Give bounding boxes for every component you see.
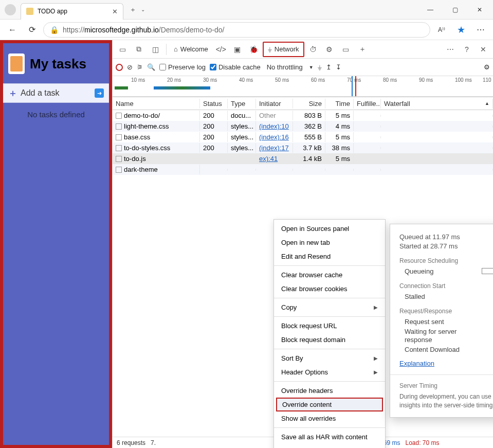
lbl-stalled: Stalled	[399, 293, 477, 300]
favorite-button[interactable]: ★	[453, 22, 469, 38]
window-minimize-button[interactable]: —	[420, 2, 441, 17]
sec-connection: Connection Start	[399, 282, 445, 290]
devtools-tabs: ▭ ⧉ ◫ ⌂Welcome </> ▣ 🐞 ⏚Network ⏱ ⚙ ▭ ＋ …	[113, 40, 493, 59]
window-close-button[interactable]: ✕	[469, 2, 490, 17]
new-tab-button[interactable]: ＋	[125, 3, 140, 17]
network-row[interactable]: to-do-styles.css 200 styles... (index):1…	[113, 142, 493, 153]
queued-line: Queued at 11.97 ms	[399, 233, 493, 241]
preserve-log-checkbox[interactable]: Preserve log	[159, 63, 206, 71]
mi-edit-resend[interactable]: Edit and Resend	[274, 249, 385, 263]
transfer-size: 7.	[151, 439, 156, 446]
mi-block-domain[interactable]: Block request domain	[274, 333, 385, 347]
tab-title: TODO app	[38, 8, 67, 15]
network-row[interactable]: to-do.js ex):41 1.4 kB 5 ms	[113, 153, 493, 164]
tick: 80 ms	[383, 77, 397, 83]
started-line: Started at 28.77 ms	[399, 242, 493, 250]
mi-copy[interactable]: Copy▶	[274, 300, 385, 314]
initiator-link[interactable]: ex):41	[259, 155, 278, 163]
col-waterfall[interactable]: Waterfall▲	[381, 99, 493, 109]
tab-network[interactable]: ⏚Network	[263, 42, 304, 57]
search-button[interactable]: 🔍	[147, 63, 155, 71]
network-grid: Name Status Type Initiator Size Time Ful…	[113, 97, 493, 175]
network-row[interactable]: light-theme.css 200 styles... (index):10…	[113, 121, 493, 132]
network-row[interactable]: dark-theme	[113, 164, 493, 175]
browser-tab[interactable]: TODO app ✕	[21, 3, 123, 20]
col-initiator[interactable]: Initiator	[256, 99, 293, 109]
devtools-close-button[interactable]: ✕	[476, 42, 491, 57]
tab-strip: TODO app ✕ ＋ ⌄	[21, 0, 145, 19]
mi-block-url[interactable]: Block request URL	[274, 319, 385, 333]
home-icon: ⌂	[174, 45, 178, 53]
mi-clear-cache[interactable]: Clear browser cache	[274, 268, 385, 282]
server-timing-text: During development, you can use the Serv…	[399, 392, 493, 410]
address-bar[interactable]: 🔒 https://microsoftedge.github.io/Demos/…	[43, 22, 430, 38]
mi-clear-cookies[interactable]: Clear browser cookies	[274, 282, 385, 296]
network-row[interactable]: base.css 200 styles... (index):16 555 B …	[113, 132, 493, 142]
col-fulfilled[interactable]: Fulfille...	[354, 99, 381, 109]
performance-icon[interactable]: ⏱	[305, 42, 321, 57]
tick: 50 ms	[275, 77, 289, 83]
mi-header-options[interactable]: Header Options▶	[274, 365, 385, 379]
export-har-icon[interactable]: ↧	[336, 63, 341, 71]
more-tabs-button[interactable]: ＋	[355, 42, 370, 57]
mi-override-headers[interactable]: Override headers	[274, 384, 385, 398]
clear-button[interactable]: ⊘	[127, 63, 133, 71]
network-settings-icon[interactable]: ⚙	[484, 63, 490, 71]
filter-button[interactable]: ⚞	[137, 63, 143, 71]
tick: 10 ms	[131, 77, 145, 83]
col-size[interactable]: Size	[293, 99, 325, 109]
submit-arrow-icon[interactable]: ➜	[95, 88, 104, 98]
network-toolbar: ⊘ ⚞ 🔍 Preserve log Disable cache No thro…	[113, 59, 493, 76]
devtools-more-icon[interactable]: ⋯	[443, 42, 458, 57]
record-button[interactable]	[116, 64, 123, 71]
read-aloud-button[interactable]: A⁾⁾	[433, 22, 450, 38]
mi-save-har[interactable]: Save all as HAR with content	[274, 430, 385, 444]
lbl-sent: Request sent	[399, 318, 477, 326]
col-time[interactable]: Time	[325, 99, 354, 109]
device-toggle-button[interactable]: ⧉	[131, 42, 147, 57]
file-icon	[116, 167, 122, 173]
initiator-link[interactable]: (index):10	[259, 122, 289, 130]
col-status[interactable]: Status	[200, 99, 228, 109]
network-row[interactable]: demo-to-do/ 200 docu... Other 803 B 5 ms	[113, 110, 493, 121]
timeline-overview[interactable]: 10 ms 20 ms 30 ms 40 ms 50 ms 60 ms 70 m…	[113, 76, 493, 97]
refresh-button[interactable]: ⟳	[24, 22, 40, 38]
explanation-link[interactable]: Explanation	[399, 360, 434, 367]
sec-request-response: Request/Response	[399, 308, 452, 315]
profile-avatar[interactable]	[5, 4, 16, 15]
mi-save-as[interactable]: Save as...	[274, 444, 385, 448]
throttling-select[interactable]: No throttling	[265, 62, 305, 72]
initiator-link[interactable]: (index):16	[259, 133, 289, 141]
tab-welcome[interactable]: ⌂Welcome	[170, 42, 212, 57]
application-icon[interactable]: ▭	[338, 42, 354, 57]
window-maximize-button[interactable]: ▢	[445, 2, 465, 17]
mi-override-content[interactable]: Override content	[276, 398, 383, 411]
mi-show-overrides[interactable]: Show all overrides	[274, 411, 385, 425]
dock-button[interactable]: ◫	[148, 42, 163, 57]
sources-icon[interactable]: 🐞	[246, 42, 262, 57]
tick: 30 ms	[203, 77, 217, 83]
mi-sort-by[interactable]: Sort By▶	[274, 351, 385, 365]
col-name[interactable]: Name	[113, 99, 200, 109]
col-type[interactable]: Type	[228, 99, 256, 109]
network-conditions-icon[interactable]: ⏚	[318, 63, 322, 71]
tab-close-icon[interactable]: ✕	[112, 8, 118, 15]
more-button[interactable]: ⋯	[472, 22, 489, 38]
console-icon[interactable]: ▣	[230, 42, 245, 57]
disable-cache-checkbox[interactable]: Disable cache	[210, 63, 261, 71]
elements-icon[interactable]: </>	[213, 42, 229, 57]
initiator-link[interactable]: (index):17	[259, 144, 289, 152]
load-time: Load: 70 ms	[406, 439, 440, 446]
throttling-chevron-icon[interactable]: ▼	[309, 65, 314, 70]
help-icon[interactable]: ?	[459, 42, 474, 57]
tab-chevron-icon[interactable]: ⌄	[141, 7, 145, 12]
back-button[interactable]: ←	[4, 22, 21, 38]
mi-open-sources[interactable]: Open in Sources panel	[274, 222, 385, 236]
grid-header[interactable]: Name Status Type Initiator Size Time Ful…	[113, 97, 493, 110]
add-task-input[interactable]: ＋ Add a task ➜	[3, 83, 109, 103]
inspect-button[interactable]: ▭	[115, 42, 130, 57]
tick: 70 ms	[347, 77, 361, 83]
import-har-icon[interactable]: ↥	[326, 63, 332, 71]
mi-open-new-tab[interactable]: Open in new tab	[274, 236, 385, 249]
memory-icon[interactable]: ⚙	[322, 42, 337, 57]
